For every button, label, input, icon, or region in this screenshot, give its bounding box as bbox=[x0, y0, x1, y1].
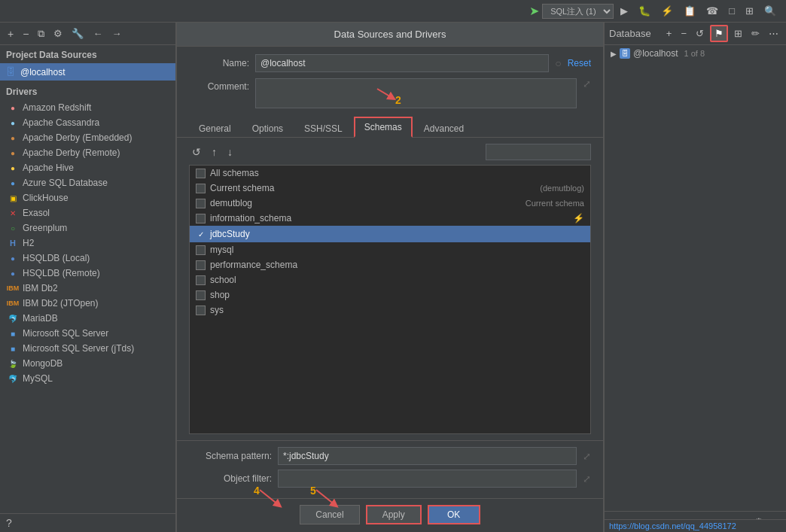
back-button[interactable]: ← bbox=[90, 23, 105, 45]
table-view-button[interactable]: ⊞ bbox=[731, 26, 745, 41]
schema-checkbox-shop[interactable] bbox=[196, 290, 206, 300]
apache-hive-icon: ● bbox=[8, 163, 18, 173]
driver-item-mariadb[interactable]: 🐬 MariaDB bbox=[0, 311, 175, 326]
run-button[interactable]: ▶ bbox=[617, 4, 632, 18]
driver-item-exasol[interactable]: ✕ Exasol bbox=[0, 205, 175, 220]
dialog-title: Data Sources and Drivers bbox=[177, 23, 603, 47]
schema-item-all[interactable]: All schemas bbox=[190, 166, 590, 181]
driver-item-clickhouse[interactable]: ▣ ClickHouse bbox=[0, 190, 175, 205]
apache-cassandra-icon: ● bbox=[8, 117, 18, 128]
schema-checkbox-mysql[interactable] bbox=[196, 245, 206, 255]
more-options-button[interactable]: ⋯ bbox=[766, 26, 781, 41]
driver-item-mssql[interactable]: ■ Microsoft SQL Server bbox=[0, 326, 175, 341]
driver-item-mysql[interactable]: 🐬 MySQL bbox=[0, 371, 175, 386]
ok-button[interactable]: OK bbox=[428, 505, 480, 524]
tab-general[interactable]: General bbox=[189, 119, 241, 138]
driver-item-amazon-redshift[interactable]: ● Amazon Redshift bbox=[0, 100, 175, 115]
schema-checkbox-all[interactable] bbox=[196, 169, 206, 178]
schema-checkbox-information[interactable] bbox=[196, 214, 206, 223]
schema-checkbox-demutblog[interactable] bbox=[196, 199, 206, 208]
schema-item-shop[interactable]: shop bbox=[190, 287, 590, 302]
schema-search-input[interactable] bbox=[486, 144, 591, 160]
driver-item-ibm-db2-jtopen[interactable]: IBM IBM Db2 (JTOpen) bbox=[0, 296, 175, 311]
db-tree-item-localhost[interactable]: ▶ 🗄 @localhost 1 of 8 bbox=[605, 45, 786, 62]
driver-item-greenplum[interactable]: ○ Greenplum bbox=[0, 220, 175, 236]
clear-name-button[interactable]: ○ bbox=[555, 57, 561, 69]
schema-checkbox-performance[interactable] bbox=[196, 260, 206, 270]
schema-checkbox-school[interactable] bbox=[196, 275, 206, 285]
window-button[interactable]: □ bbox=[725, 4, 739, 18]
comment-input[interactable] bbox=[255, 78, 577, 108]
mssql-jtds-icon: ■ bbox=[8, 343, 18, 354]
schema-item-mysql[interactable]: mysql bbox=[190, 242, 590, 257]
refresh-schemas-button[interactable]: ↺ bbox=[189, 144, 204, 160]
schema-checkbox-sys[interactable] bbox=[196, 306, 206, 315]
tree-expand-arrow: ▶ bbox=[611, 50, 617, 58]
remove-datasource-button[interactable]: − bbox=[20, 23, 32, 45]
hsqldb-remote-icon: ● bbox=[8, 268, 18, 278]
grid-button[interactable]: ⊞ bbox=[742, 4, 757, 18]
driver-item-mssql-jtds[interactable]: ■ Microsoft SQL Server (jTds) bbox=[0, 341, 175, 356]
tab-advanced[interactable]: Advanced bbox=[414, 119, 474, 138]
driver-item-apache-cassandra[interactable]: ● Apache Cassandra bbox=[0, 115, 175, 130]
driver-name: MariaDB bbox=[23, 313, 58, 324]
driver-item-ibm-db2[interactable]: IBM IBM Db2 bbox=[0, 281, 175, 296]
phone-button[interactable]: ☎ bbox=[702, 4, 722, 18]
driver-item-hsqldb-local[interactable]: ● HSQLDB (Local) bbox=[0, 251, 175, 266]
sql-dropdown[interactable]: SQL注入 (1)SQL注入 (1) bbox=[542, 4, 614, 19]
reset-button[interactable]: Reset bbox=[568, 58, 591, 68]
driver-item-apache-derby-remote[interactable]: ● Apache Derby (Remote) bbox=[0, 145, 175, 160]
filter-button[interactable]: 🔧 bbox=[69, 23, 87, 45]
driver-item-h2[interactable]: H H2 bbox=[0, 236, 175, 251]
schema-name-current: Current schema bbox=[210, 183, 535, 193]
debug-button[interactable]: 🐛 bbox=[635, 4, 654, 18]
schema-item-performance[interactable]: performance_schema bbox=[190, 257, 590, 272]
object-filter-input[interactable] bbox=[278, 470, 577, 488]
help-icon[interactable]: ? bbox=[6, 517, 12, 529]
schema-checkbox-jdbcstudy[interactable]: ✓ bbox=[196, 230, 206, 239]
expand-schema-pattern-icon[interactable]: ⤢ bbox=[583, 451, 591, 462]
settings-button[interactable]: ⚙ bbox=[50, 23, 66, 45]
move-down-button[interactable]: ↓ bbox=[224, 144, 236, 160]
add-db-button[interactable]: + bbox=[663, 26, 675, 41]
edit-db-button[interactable]: ✏ bbox=[748, 26, 763, 41]
schema-item-information[interactable]: information_schema ⚡ bbox=[190, 211, 590, 226]
schema-name-demutblog: demutblog bbox=[210, 198, 521, 208]
add-datasource-button[interactable]: + bbox=[5, 23, 17, 45]
filter-db-button[interactable]: ⚑ bbox=[710, 25, 728, 42]
tab-sshssl[interactable]: SSH/SSL bbox=[294, 119, 352, 138]
driver-item-mongodb[interactable]: 🍃 MongoDB bbox=[0, 356, 175, 371]
search-top-button[interactable]: 🔍 bbox=[760, 4, 780, 18]
schema-item-school[interactable]: school bbox=[190, 272, 590, 287]
tab-options[interactable]: Options bbox=[242, 119, 293, 138]
forward-button[interactable]: → bbox=[108, 23, 124, 45]
dialog-form: Name: ○ Reset Comment: ⤢ bbox=[177, 47, 603, 113]
driver-item-azure-sql[interactable]: ● Azure SQL Database bbox=[0, 175, 175, 190]
attach-button[interactable]: 📋 bbox=[680, 4, 699, 18]
copy-datasource-button[interactable]: ⧉ bbox=[35, 23, 47, 45]
driver-item-hsqldb-remote[interactable]: ● HSQLDB (Remote) bbox=[0, 266, 175, 281]
name-input[interactable] bbox=[255, 54, 549, 72]
driver-name: HSQLDB (Local) bbox=[23, 253, 90, 263]
driver-item-apache-hive[interactable]: ● Apache Hive bbox=[0, 160, 175, 175]
minus-db-button[interactable]: − bbox=[678, 26, 690, 41]
schema-pattern-input[interactable] bbox=[278, 447, 577, 465]
exasol-icon: ✕ bbox=[8, 208, 18, 218]
cancel-button[interactable]: Cancel bbox=[300, 505, 359, 524]
tab-schemas[interactable]: Schemas bbox=[354, 117, 413, 138]
refresh-db-button[interactable]: ↺ bbox=[693, 26, 707, 41]
top-bar: ➤ SQL注入 (1)SQL注入 (1) ▶ 🐛 ⚡ 📋 ☎ □ ⊞ 🔍 bbox=[0, 0, 786, 23]
schema-item-jdbcstudy[interactable]: ✓ jdbcStudy 3 bbox=[190, 226, 590, 242]
expand-object-filter-icon[interactable]: ⤢ bbox=[583, 473, 591, 485]
schema-checkbox-current[interactable] bbox=[196, 184, 206, 193]
datasource-item-localhost[interactable]: 🗄 @localhost bbox=[0, 63, 175, 81]
schema-item-sys[interactable]: sys bbox=[190, 302, 590, 318]
run-coverage-button[interactable]: ⚡ bbox=[657, 4, 677, 18]
apply-button[interactable]: Apply bbox=[366, 505, 422, 524]
schema-item-demutblog[interactable]: demutblog Current schema bbox=[190, 196, 590, 211]
schema-item-current[interactable]: Current schema (demutblog) bbox=[190, 181, 590, 196]
move-up-button[interactable]: ↑ bbox=[209, 144, 220, 160]
schema-name-mysql: mysql bbox=[210, 245, 584, 255]
driver-item-apache-derby-embedded[interactable]: ● Apache Derby (Embedded) bbox=[0, 130, 175, 145]
bottom-url-text[interactable]: https://blog.csdn.net/qq_44958172 bbox=[609, 521, 736, 530]
